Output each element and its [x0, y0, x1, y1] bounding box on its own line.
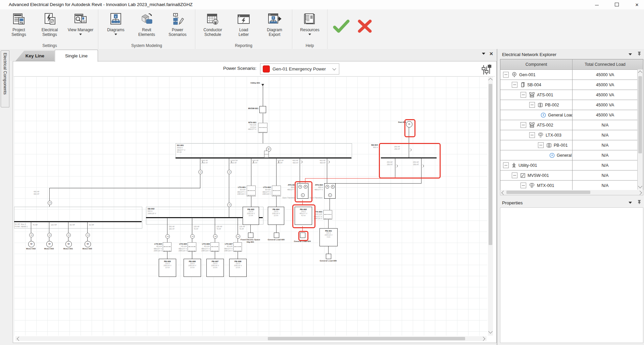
ATS-002-symbol[interactable]: NEL: [324, 183, 336, 199]
revit-elements-button[interactable]: Revit Elements: [131, 9, 162, 43]
Motor-002-symbol[interactable]: M: [28, 241, 35, 247]
tree-row-mvsw-001[interactable]: MVSW-001N/A: [500, 170, 643, 181]
tree-row-ltx-003[interactable]: LVLTX-003N/A: [500, 130, 643, 140]
meter-cm-symbol[interactable]: CM: [66, 233, 71, 237]
wire: [167, 252, 167, 259]
tree-row-utility-001[interactable]: Utility-001N/A: [500, 160, 643, 170]
view-manager-button[interactable]: View Manager: [65, 9, 96, 43]
PB-001-box[interactable]: PB-001400 A208/120 V0 kA: [319, 228, 338, 246]
maximize-button[interactable]: [613, 2, 621, 7]
collapse-expander-icon[interactable]: [521, 92, 526, 98]
project-settings-button[interactable]: Project Settings: [3, 9, 34, 43]
single-line-diagram-canvas[interactable]: Utility-001MVSW-001NTX-001750 kVA13.8 kV…: [14, 77, 487, 336]
tree-row-general-load-00[interactable]: General Load-0045000 VA: [500, 110, 643, 120]
scenario-value: Gen-01 Emergency Power: [273, 66, 333, 71]
meter-cm-symbol[interactable]: CM: [190, 234, 195, 239]
Fixed-Electric-Space-Htg-001-symbol[interactable]: [248, 233, 253, 238]
tree-horizontal-scrollbar[interactable]: [500, 190, 643, 195]
pane-close-icon[interactable]: ✕: [489, 51, 493, 56]
minimize-button[interactable]: [593, 2, 600, 7]
tree-row-gen-001[interactable]: Gen-00145000 VA: [500, 70, 643, 80]
General-Load-005-symbol[interactable]: [274, 233, 279, 238]
tree-vertical-scrollbar[interactable]: [637, 69, 643, 190]
column-header-component[interactable]: Component: [500, 59, 573, 69]
tree-row-pb-002[interactable]: PB-00245000 VA: [500, 100, 643, 110]
diagram-export-button[interactable]: Diagram Export: [259, 9, 290, 43]
meter-cm-symbol[interactable]: CM: [165, 234, 170, 239]
collapse-icon[interactable]: [629, 202, 632, 204]
collapse-icon[interactable]: [629, 53, 632, 55]
collapse-expander-icon[interactable]: [538, 142, 544, 148]
pane-menu-icon[interactable]: [482, 53, 485, 55]
LTX-003-symbol[interactable]: [323, 210, 332, 219]
resources-button[interactable]: Resources: [294, 9, 325, 43]
diagrams-button[interactable]: Diagrams: [100, 9, 131, 43]
PB-008-box[interactable]: PB-008100 A208/120 V10 kA: [229, 259, 247, 277]
PB-007-box[interactable]: PB-007100 A208/120 V10 kA: [206, 259, 224, 277]
pin-icon[interactable]: [637, 52, 641, 57]
sidebar-tab-electrical-components[interactable]: Electrical Components: [1, 50, 9, 107]
collapse-expander-icon[interactable]: [512, 172, 517, 178]
meter-cm-symbol[interactable]: CM: [227, 170, 232, 174]
tree-row-general-load[interactable]: General LoadN/A: [500, 150, 643, 160]
LTX-006-symbol[interactable]: [210, 242, 219, 252]
collapse-expander-icon[interactable]: [503, 72, 509, 78]
collapse-expander-icon[interactable]: [529, 132, 535, 138]
meter-cm-symbol[interactable]: CM: [198, 170, 203, 174]
LTX-004-symbol[interactable]: [163, 242, 171, 252]
tree-row-sb-004[interactable]: SB-00445000 VA: [500, 80, 643, 90]
canvas-horizontal-scrollbar[interactable]: [15, 336, 487, 341]
tab-single-line[interactable]: Single Line: [55, 50, 98, 62]
pin-icon[interactable]: [637, 200, 641, 205]
PB-005-box[interactable]: PB-005100 A208/120 V10 kA: [159, 259, 176, 277]
collapse-expander-icon[interactable]: [521, 122, 526, 128]
LTX-001-symbol[interactable]: [247, 186, 256, 196]
relay-symbol[interactable]: [264, 154, 269, 158]
apply-button[interactable]: [330, 9, 353, 43]
collapse-expander-icon[interactable]: [503, 162, 509, 168]
MVSW-001-symbol[interactable]: [259, 106, 266, 113]
conductor-schedule-button[interactable]: Conductor Schedule: [197, 9, 228, 43]
tree-row-ats-001[interactable]: ATSATS-00145000 VA: [500, 90, 643, 100]
wire: [276, 224, 277, 233]
PB-004-box[interactable]: PB-004100 A208/120 V22 kA: [268, 207, 284, 225]
cancel-button[interactable]: [353, 9, 377, 43]
meter-cm-symbol[interactable]: CM: [48, 201, 52, 205]
PB-003-box[interactable]: PB-003100 A208/120 V22 kA: [243, 207, 259, 225]
column-header-load[interactable]: Total Connected Load: [573, 59, 638, 69]
collapse-expander-icon[interactable]: [512, 82, 517, 88]
display-filter-icon[interactable]: [481, 64, 491, 77]
Motor-005-symbol[interactable]: M: [85, 241, 91, 247]
collapse-expander-icon[interactable]: [521, 183, 526, 188]
load-letter-button[interactable]: Load Letter: [228, 9, 259, 43]
meter-cm-symbol[interactable]: CM: [213, 234, 217, 239]
General-Load-006-symbol[interactable]: [326, 254, 331, 259]
tree-row-mtx-001[interactable]: MVMTX-001N/A: [500, 181, 643, 191]
LTX-002-symbol[interactable]: [272, 186, 281, 196]
collapse-expander-icon[interactable]: [529, 102, 535, 108]
LTX-005-symbol[interactable]: [188, 242, 196, 252]
component-cell: PB-002: [500, 100, 573, 110]
panel-divider[interactable]: [497, 49, 497, 345]
close-button[interactable]: ✕: [633, 2, 641, 7]
canvas-vertical-scrollbar[interactable]: [488, 77, 493, 336]
SG-001-bus[interactable]: [176, 157, 351, 158]
meter-cm-symbol[interactable]: CM: [227, 203, 232, 207]
PB-006-box[interactable]: PB-006100 A208/120 V10 kA: [184, 259, 201, 277]
meter-cm-symbol[interactable]: CM: [47, 233, 52, 237]
Gen-001-symbol[interactable]: G: [406, 121, 412, 128]
NTX-001-symbol[interactable]: [258, 123, 267, 133]
meter-cm-symbol[interactable]: CM: [236, 234, 240, 239]
tree-row-pb-001[interactable]: PB-001N/A: [500, 140, 643, 150]
meter-cm-symbol[interactable]: CM: [86, 233, 90, 237]
Motor-001-symbol[interactable]: M: [65, 241, 72, 247]
power-scenarios-button[interactable]: Power Scenarios: [162, 9, 193, 43]
load-component-icon: [541, 112, 546, 118]
tree-row-ats-002[interactable]: ATSATS-002N/A: [500, 120, 643, 130]
Motor-003-symbol[interactable]: M: [46, 241, 53, 247]
meter-cm-symbol[interactable]: CM: [29, 233, 34, 237]
electrical-settings-button[interactable]: Electrical Settings: [34, 9, 65, 43]
MCC-bus[interactable]: [14, 221, 142, 222]
power-scenario-dropdown[interactable]: Gen-01 Emergency Power: [260, 63, 339, 75]
LTX-007-symbol[interactable]: [233, 242, 242, 252]
